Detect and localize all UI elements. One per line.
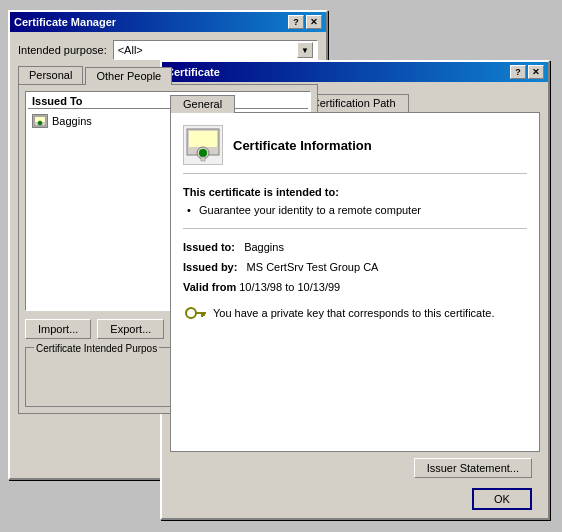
valid-to-label: to bbox=[285, 281, 294, 293]
cert-item-name: Baggins bbox=[52, 115, 92, 127]
issued-by-field: Issued by: MS CertSrv Test Group CA bbox=[183, 261, 527, 273]
issuer-statement-button[interactable]: Issuer Statement... bbox=[414, 458, 532, 478]
intended-purpose-label: Intended purpose: bbox=[18, 44, 107, 56]
issued-to-value bbox=[238, 241, 241, 253]
cert-info-title: Certificate Information bbox=[233, 138, 372, 153]
cert-detail-help-button[interactable]: ? bbox=[510, 65, 526, 79]
private-key-text: You have a private key that corresponds … bbox=[213, 307, 494, 319]
bottom-buttons: Issuer Statement... bbox=[170, 452, 540, 484]
valid-from-label: Valid from bbox=[183, 281, 236, 293]
svg-point-6 bbox=[199, 149, 207, 157]
import-button[interactable]: Import... bbox=[25, 319, 91, 339]
intended-purpose-combo[interactable]: <All> ▼ bbox=[113, 40, 318, 60]
detail-tabs: General Details Certification Path bbox=[170, 94, 540, 112]
cert-manager-title: Certificate Manager bbox=[14, 16, 116, 28]
export-button[interactable]: Export... bbox=[97, 319, 164, 339]
cert-divider-1 bbox=[183, 228, 527, 229]
private-key-row: You have a private key that corresponds … bbox=[183, 303, 527, 323]
cert-purpose-title: This certificate is intended to: bbox=[183, 186, 527, 198]
issued-to-header: Issued To bbox=[28, 94, 308, 109]
tab-general[interactable]: General bbox=[170, 95, 235, 113]
issued-by-value-text: MS CertSrv Test Group CA bbox=[247, 261, 379, 273]
svg-rect-4 bbox=[189, 131, 217, 147]
cert-detail-content: General Details Certification Path bbox=[162, 82, 548, 526]
cert-intended-label: Certificate Intended Purpos bbox=[34, 343, 159, 354]
svg-point-8 bbox=[186, 308, 196, 318]
key-icon bbox=[183, 303, 207, 323]
svg-point-2 bbox=[38, 121, 42, 125]
valid-from-value: 10/13/98 bbox=[239, 281, 282, 293]
cert-detail-title: Certificate bbox=[166, 66, 220, 78]
cert-manager-title-bar: Certificate Manager ? ✕ bbox=[10, 12, 326, 32]
ok-button[interactable]: OK bbox=[472, 488, 532, 510]
title-bar-buttons: ? ✕ bbox=[288, 15, 322, 29]
issued-to-value-text: Baggins bbox=[244, 241, 284, 253]
combo-arrow-icon[interactable]: ▼ bbox=[297, 42, 313, 58]
help-button[interactable]: ? bbox=[288, 15, 304, 29]
detail-tab-panel: Certificate Information This certificate… bbox=[170, 112, 540, 452]
cert-detail-title-buttons: ? ✕ bbox=[510, 65, 544, 79]
tab-personal[interactable]: Personal bbox=[18, 66, 83, 84]
cert-purpose-item-0: Guarantee your identity to a remote comp… bbox=[183, 204, 527, 216]
issued-by-label: Issued by: bbox=[183, 261, 237, 273]
cert-purpose-section: This certificate is intended to: Guarant… bbox=[183, 186, 527, 216]
valid-to-value: 10/13/99 bbox=[297, 281, 340, 293]
issued-to-field: Issued to: Baggins bbox=[183, 241, 527, 253]
tab-other-people[interactable]: Other People bbox=[85, 67, 172, 85]
intended-purpose-row: Intended purpose: <All> ▼ bbox=[18, 40, 318, 60]
combo-value: <All> bbox=[118, 44, 143, 56]
cert-large-icon bbox=[183, 125, 223, 165]
valid-period-field: Valid from 10/13/98 to 10/13/99 bbox=[183, 281, 527, 293]
cert-detail-close-button[interactable]: ✕ bbox=[528, 65, 544, 79]
ok-button-row: OK bbox=[170, 484, 540, 518]
cert-detail-title-bar: Certificate ? ✕ bbox=[162, 62, 548, 82]
close-button[interactable]: ✕ bbox=[306, 15, 322, 29]
svg-rect-7 bbox=[201, 157, 205, 161]
cert-detail-window: Certificate ? ✕ General Details Certific… bbox=[160, 60, 550, 520]
cert-info-header: Certificate Information bbox=[183, 125, 527, 174]
issued-by-value bbox=[240, 261, 243, 273]
issued-to-label: Issued to: bbox=[183, 241, 235, 253]
cert-small-icon bbox=[32, 114, 48, 128]
